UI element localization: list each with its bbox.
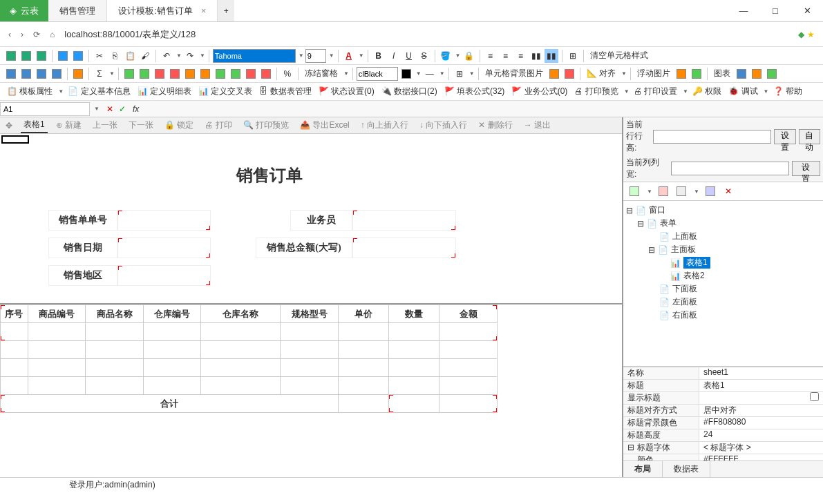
etab-new[interactable]: ⊕ 新建 xyxy=(53,118,84,133)
freeze-pane-button[interactable]: 冻结窗格 xyxy=(302,68,341,79)
cancel-icon[interactable]: ✕ xyxy=(106,104,113,114)
img2-icon[interactable] xyxy=(690,67,703,81)
tree-left-panel[interactable]: 左面板 xyxy=(672,296,697,308)
close-button[interactable]: ✕ xyxy=(791,0,823,21)
prop-val[interactable]: 24 xyxy=(699,429,823,441)
input-total-cn[interactable] xyxy=(352,238,456,258)
prop-val[interactable]: < 标题字体 > xyxy=(699,442,823,454)
col-width-set[interactable]: 设置 xyxy=(792,161,820,176)
tree-bottom-panel[interactable]: 下面板 xyxy=(672,283,697,295)
permission-button[interactable]: 🔑 权限 xyxy=(690,86,724,97)
cell-bg-button[interactable]: 单元格背景图片 xyxy=(482,68,546,79)
row-height-input[interactable] xyxy=(653,130,771,144)
merge-icon[interactable]: ⊞ xyxy=(566,49,580,63)
prop-val[interactable]: 表格1 xyxy=(699,380,823,391)
print-setup-button[interactable]: 🖨 打印设置 xyxy=(631,86,680,97)
chart3-icon[interactable] xyxy=(765,67,779,81)
close-icon[interactable]: × xyxy=(201,6,207,16)
col-prod-code[interactable]: 商品编号 xyxy=(28,305,86,323)
bg2-icon[interactable] xyxy=(562,67,576,81)
chart1-icon[interactable] xyxy=(735,67,748,81)
op2-icon[interactable] xyxy=(138,67,151,81)
star-icon[interactable]: ★ xyxy=(807,30,815,39)
save-icon[interactable] xyxy=(4,49,18,63)
move-icon[interactable]: ✥ xyxy=(3,119,15,132)
col-prod-name[interactable]: 商品名称 xyxy=(86,305,144,323)
italic-icon[interactable]: I xyxy=(387,49,401,63)
col-spec[interactable]: 规格型号 xyxy=(281,305,339,323)
op5-icon[interactable] xyxy=(183,67,197,81)
prop-val[interactable]: #FFFFFF xyxy=(699,454,823,461)
etab-next[interactable]: 下一张 xyxy=(126,118,156,133)
undo-icon[interactable]: ↶ xyxy=(160,49,173,63)
maximize-button[interactable]: □ xyxy=(759,0,791,21)
redo-icon[interactable]: ↷ xyxy=(183,49,197,63)
structure-tree[interactable]: ⊟📄窗口 ⊟📄表单 📄上面板 ⊟📄主面板 📊表格1 📊表格2 📄下面板 📄左面板… xyxy=(623,201,823,367)
property-grid[interactable]: 名称sheet1 标题表格1 显示标题 标题对齐方式居中对齐 标题背景颜色#FF… xyxy=(623,367,823,461)
etab-delete[interactable]: ✕ 删除行 xyxy=(475,118,515,133)
help-button[interactable]: ❓ 帮助 xyxy=(770,86,805,97)
grid3-icon[interactable] xyxy=(35,67,48,81)
data-mgmt-button[interactable]: 🗄 数据表管理 xyxy=(256,86,314,97)
refresh-button[interactable]: ⟳ xyxy=(33,30,40,39)
table-row[interactable] xyxy=(1,323,498,341)
editor-tab-current[interactable]: 表格1 xyxy=(21,117,48,133)
input-order-no[interactable] xyxy=(117,210,211,231)
etab-print[interactable]: 🖨 打印 xyxy=(202,118,234,133)
table-row[interactable] xyxy=(1,359,498,377)
col-price[interactable]: 单价 xyxy=(339,305,389,323)
align-center-icon[interactable]: ≡ xyxy=(499,49,513,63)
export-icon[interactable] xyxy=(71,49,85,63)
op8-icon[interactable] xyxy=(229,67,243,81)
etab-lock[interactable]: 🔒 锁定 xyxy=(162,118,196,133)
col-amount[interactable]: 金额 xyxy=(439,305,498,323)
col-qty[interactable]: 数量 xyxy=(389,305,439,323)
fill-color-icon[interactable]: 🪣 xyxy=(439,49,453,63)
col-seq[interactable]: 序号 xyxy=(1,305,28,323)
etab-insert-up[interactable]: ↑ 向上插入行 xyxy=(358,118,411,133)
home-button[interactable]: ⌂ xyxy=(50,30,55,39)
etab-exit[interactable]: → 退出 xyxy=(521,118,554,133)
col-width-input[interactable] xyxy=(671,162,789,175)
tree-right-panel[interactable]: 右面板 xyxy=(672,309,697,321)
copy-icon[interactable]: ⎘ xyxy=(108,49,122,63)
tree-main-panel[interactable]: 主面板 xyxy=(671,244,696,255)
prop-val[interactable] xyxy=(699,392,823,404)
strike-icon[interactable]: S xyxy=(417,49,431,63)
input-sale-date[interactable] xyxy=(117,238,211,258)
row-height-set[interactable]: 设置 xyxy=(774,129,795,144)
underline-icon[interactable]: U xyxy=(402,49,416,63)
op9-icon[interactable] xyxy=(244,67,258,81)
chart-button[interactable]: 图表 xyxy=(711,68,733,79)
paste-icon[interactable]: 📋 xyxy=(123,49,137,63)
align-barcode-icon[interactable]: ▮▮ xyxy=(529,49,543,63)
import-icon[interactable] xyxy=(56,49,70,63)
font-color-icon[interactable]: A xyxy=(342,49,356,63)
debug-button[interactable]: 🐞 调试 xyxy=(726,86,760,97)
panel-delete-icon[interactable]: ✕ xyxy=(721,184,735,198)
fill-formula-button[interactable]: 🚩 填表公式(32) xyxy=(442,86,508,97)
op3-icon[interactable] xyxy=(153,67,167,81)
panel-tab-data[interactable]: 数据表 xyxy=(663,461,710,477)
format-painter-icon[interactable]: 🖌 xyxy=(138,49,152,63)
op4-icon[interactable] xyxy=(168,67,182,81)
percent-icon[interactable]: % xyxy=(281,67,294,81)
biz-formula-button[interactable]: 🚩 业务公式(0) xyxy=(509,86,570,97)
tree-sheet1[interactable]: 表格1 xyxy=(683,257,710,269)
table-row[interactable] xyxy=(1,341,498,359)
color-swatch-icon[interactable] xyxy=(399,67,413,81)
total-row[interactable]: 合计 xyxy=(1,395,498,413)
show-title-checkbox[interactable] xyxy=(810,392,819,401)
tree-top-panel[interactable]: 上面板 xyxy=(672,231,697,242)
status-button[interactable]: 🚩 状态设置(0) xyxy=(316,86,377,97)
prop-val[interactable]: #FF808080 xyxy=(699,417,823,429)
grid1-icon[interactable] xyxy=(4,67,18,81)
align-justify-icon[interactable]: ▮▮ xyxy=(545,49,558,63)
line-style-icon[interactable]: — xyxy=(423,67,437,81)
img1-icon[interactable] xyxy=(674,67,688,81)
form-sheet[interactable]: 销售订单 销售单单号 业务员 销售日期 销售总金额(大写) 销售地区 xyxy=(0,134,622,303)
color-combo[interactable] xyxy=(357,67,398,81)
clear-style-button[interactable]: 清空单元格样式 xyxy=(587,50,651,61)
bold-icon[interactable]: B xyxy=(372,49,386,63)
bg1-icon[interactable] xyxy=(547,67,561,81)
